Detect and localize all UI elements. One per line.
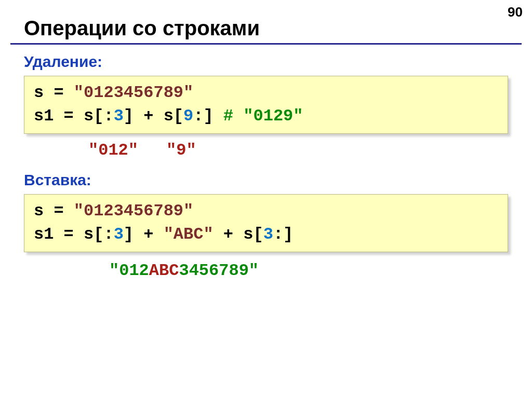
code-token: s1 xyxy=(34,106,54,126)
code-token: s1 xyxy=(34,225,54,244)
section-label-delete: Удаление: xyxy=(0,49,532,74)
code-comment: # "0129" xyxy=(223,106,303,126)
annotation-quote: " xyxy=(249,261,259,280)
code-token: s xyxy=(34,83,44,102)
code-token: = xyxy=(44,201,74,221)
code-token: s[: xyxy=(84,225,114,244)
code-number: 3 xyxy=(114,225,124,244)
code-token: :] xyxy=(273,225,293,244)
annotation-part: 012 xyxy=(119,261,149,280)
code-line-4: s1 = s[:3] + "ABC" + s[3:] xyxy=(34,223,498,246)
code-line-1: s = "0123456789" xyxy=(34,81,498,105)
code-string-literal: "ABC" xyxy=(164,225,214,244)
code-token: :] xyxy=(193,106,213,126)
code-line-3: s = "0123456789" xyxy=(34,200,498,223)
code-number: 9 xyxy=(183,106,193,126)
code-token: ] + s[ xyxy=(124,106,183,126)
page-number: 90 xyxy=(508,4,523,20)
annotation-part: 3456789 xyxy=(179,261,248,280)
annotation-part: "012" xyxy=(88,141,138,160)
annotation-quote: " xyxy=(109,261,119,280)
annotation-part-inserted: ABC xyxy=(149,261,179,280)
code-box-insert: s = "0123456789" s1 = s[:3] + "ABC" + s[… xyxy=(24,194,508,252)
code-string-literal: "0123456789" xyxy=(74,201,193,221)
slide: 90 Операции со строками Удаление: s = "0… xyxy=(0,0,532,398)
code-string-literal: "0123456789" xyxy=(74,83,193,102)
annotation-part: "9" xyxy=(166,141,196,160)
code-token: s[: xyxy=(84,106,114,126)
code-token: + s[ xyxy=(214,225,263,244)
title-underline xyxy=(10,43,522,45)
page-title: Операции со строками xyxy=(0,0,532,41)
code-number: 3 xyxy=(263,225,273,244)
code-line-2: s1 = s[:3] + s[9:] # "0129" xyxy=(34,105,498,128)
code-token: = xyxy=(44,83,74,102)
code-token: s xyxy=(34,201,44,221)
code-number: 3 xyxy=(114,106,124,126)
code-token: = xyxy=(54,225,84,244)
code-space xyxy=(214,106,223,126)
section-label-insert: Вставка: xyxy=(0,167,532,192)
annotation-delete: "012""9" xyxy=(0,139,532,162)
annotation-insert: "012ABC3456789" xyxy=(0,259,532,283)
code-box-delete: s = "0123456789" s1 = s[:3] + s[9:] # "0… xyxy=(24,76,508,134)
code-token: ] + xyxy=(124,225,164,244)
code-token: = xyxy=(54,106,84,126)
